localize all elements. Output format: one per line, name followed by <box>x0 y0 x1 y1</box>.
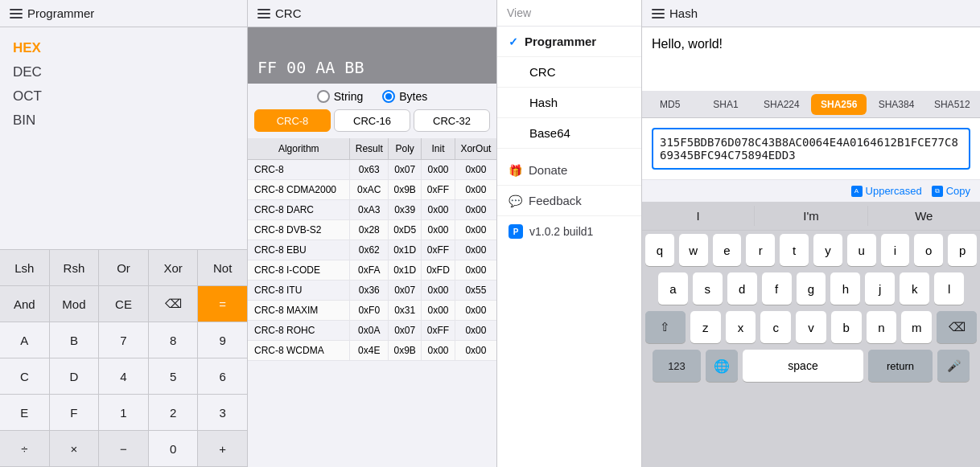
kb-space-key[interactable]: space <box>743 350 863 382</box>
key-5[interactable]: 5 <box>149 358 199 394</box>
hash-tab-sha256[interactable]: SHA256 <box>811 94 867 115</box>
table-row[interactable]: CRC-8 WCDMA0x4E0x9B0x000x00 <box>248 341 496 361</box>
key-8[interactable]: 8 <box>149 322 199 358</box>
hash-result[interactable]: 315F5BDB76D078C43B8AC0064E4A0164612B1FCE… <box>652 128 970 170</box>
suggestion-i[interactable]: I <box>642 206 754 226</box>
key-m[interactable]: m <box>901 311 932 343</box>
key-and[interactable]: And <box>0 286 50 322</box>
key-a[interactable]: A <box>0 322 50 358</box>
key-2[interactable]: 2 <box>149 395 199 430</box>
key-divide[interactable]: ÷ <box>0 431 50 466</box>
key-multiply[interactable]: × <box>50 431 100 466</box>
crc-tab-16[interactable]: CRC-16 <box>334 109 410 132</box>
key-a[interactable]: a <box>658 272 688 305</box>
key-n[interactable]: n <box>867 311 897 343</box>
key-or[interactable]: Or <box>99 250 149 285</box>
copy-button[interactable]: ⧉ Copy <box>932 185 970 197</box>
key-xor[interactable]: Xor <box>149 250 199 285</box>
view-item-hash[interactable]: Hash <box>497 88 641 118</box>
keyboard-backspace[interactable]: ⌫ <box>937 311 977 343</box>
table-row[interactable]: CRC-8 ITU0x360x070x000x55 <box>248 281 496 301</box>
key-b[interactable]: b <box>831 311 862 343</box>
kb-emoji-key[interactable]: 🌐 <box>706 350 738 382</box>
key-s[interactable]: s <box>693 272 723 305</box>
key-o[interactable]: o <box>914 234 943 266</box>
oct-label[interactable]: OCT <box>13 85 234 108</box>
key-7[interactable]: 7 <box>99 322 149 358</box>
table-row[interactable]: CRC-8 DVB-S20x280xD50x000x00 <box>248 220 496 240</box>
table-row[interactable]: CRC-8 DARC0xA30x390x000x00 <box>248 200 496 220</box>
key-t[interactable]: t <box>780 234 809 266</box>
key-y[interactable]: y <box>813 234 842 266</box>
view-item-base64[interactable]: Base64 <box>497 118 641 149</box>
key-d[interactable]: D <box>50 358 100 394</box>
dec-label[interactable]: DEC <box>13 61 234 84</box>
hash-tab-sha384[interactable]: SHA384 <box>868 92 924 117</box>
radio-bytes[interactable]: Bytes <box>382 90 427 103</box>
table-row[interactable]: CRC-80x630x070x000x00 <box>248 160 496 180</box>
hash-tab-sha512[interactable]: SHA512 <box>924 92 980 117</box>
table-row[interactable]: CRC-8 ROHC0x0A0x070xFF0x00 <box>248 321 496 341</box>
key-mod[interactable]: Mod <box>50 286 100 322</box>
crc-tab-32[interactable]: CRC-32 <box>414 109 490 132</box>
key-c[interactable]: C <box>0 358 50 394</box>
hash-tab-md5[interactable]: MD5 <box>642 92 698 117</box>
key-add[interactable]: + <box>198 431 247 466</box>
key-1[interactable]: 1 <box>99 395 149 430</box>
view-item-feedback[interactable]: 💬 Feedback <box>497 186 641 216</box>
hex-label[interactable]: HEX <box>13 37 234 59</box>
key-0[interactable]: 0 <box>149 431 199 466</box>
key-w[interactable]: w <box>679 234 708 266</box>
suggestion-we[interactable]: We <box>868 206 980 226</box>
table-row[interactable]: CRC-8 I-CODE0xFA0x1D0xFD0x00 <box>248 260 496 281</box>
key-equals[interactable]: = <box>198 286 247 322</box>
kb-123-key[interactable]: 123 <box>653 350 701 382</box>
table-row[interactable]: CRC-8 CDMA20000xAC0x9B0xFF0x00 <box>248 180 496 200</box>
table-row[interactable]: CRC-8 MAXIM0xF00x310x000x00 <box>248 301 496 321</box>
key-f[interactable]: F <box>50 395 100 430</box>
key-b[interactable]: B <box>50 322 100 358</box>
radio-string[interactable]: String <box>317 90 364 103</box>
key-v[interactable]: v <box>796 311 826 343</box>
key-z[interactable]: z <box>690 311 721 343</box>
crc-tab-8[interactable]: CRC-8 <box>254 109 331 132</box>
hash-tab-sha224[interactable]: SHA224 <box>754 92 809 117</box>
key-subtract[interactable]: − <box>99 431 149 466</box>
key-lsh[interactable]: Lsh <box>0 250 50 285</box>
key-x[interactable]: x <box>726 311 756 343</box>
key-ce[interactable]: CE <box>99 286 149 322</box>
key-c[interactable]: c <box>760 311 791 343</box>
hash-input[interactable]: Hello, world! <box>642 27 980 92</box>
key-d[interactable]: d <box>727 272 757 305</box>
key-e[interactable]: e <box>713 234 742 266</box>
shift-key[interactable]: ⇧ <box>645 311 686 343</box>
key-e[interactable]: E <box>0 395 50 430</box>
key-3[interactable]: 3 <box>198 395 247 430</box>
kb-return-key[interactable]: return <box>868 350 933 382</box>
key-f[interactable]: f <box>762 272 792 305</box>
kb-mic-key[interactable]: 🎤 <box>937 350 970 382</box>
key-backspace[interactable]: ⌫ <box>149 286 199 322</box>
key-k[interactable]: k <box>900 272 929 305</box>
key-u[interactable]: u <box>847 234 876 266</box>
key-p[interactable]: p <box>948 234 977 266</box>
key-rsh[interactable]: Rsh <box>50 250 100 285</box>
view-item-programmer[interactable]: ✓ Programmer <box>497 27 641 57</box>
key-i[interactable]: i <box>881 234 910 266</box>
key-9[interactable]: 9 <box>198 322 247 358</box>
bin-label[interactable]: BIN <box>13 109 234 132</box>
key-j[interactable]: j <box>865 272 895 305</box>
hash-tab-sha1[interactable]: SHA1 <box>698 92 753 117</box>
view-item-donate[interactable]: 🎁 Donate <box>497 155 641 186</box>
view-item-crc[interactable]: CRC <box>497 57 641 88</box>
key-r[interactable]: r <box>746 234 775 266</box>
table-row[interactable]: CRC-8 EBU0x620x1D0xFF0x00 <box>248 240 496 260</box>
uppercased-button[interactable]: A Uppercased <box>851 185 922 197</box>
key-q[interactable]: q <box>645 234 674 266</box>
suggestion-im[interactable]: I'm <box>754 206 867 226</box>
key-l[interactable]: l <box>934 272 964 305</box>
key-g[interactable]: g <box>797 272 826 305</box>
key-not[interactable]: Not <box>198 250 247 285</box>
key-h[interactable]: h <box>830 272 860 305</box>
key-6[interactable]: 6 <box>198 358 247 394</box>
